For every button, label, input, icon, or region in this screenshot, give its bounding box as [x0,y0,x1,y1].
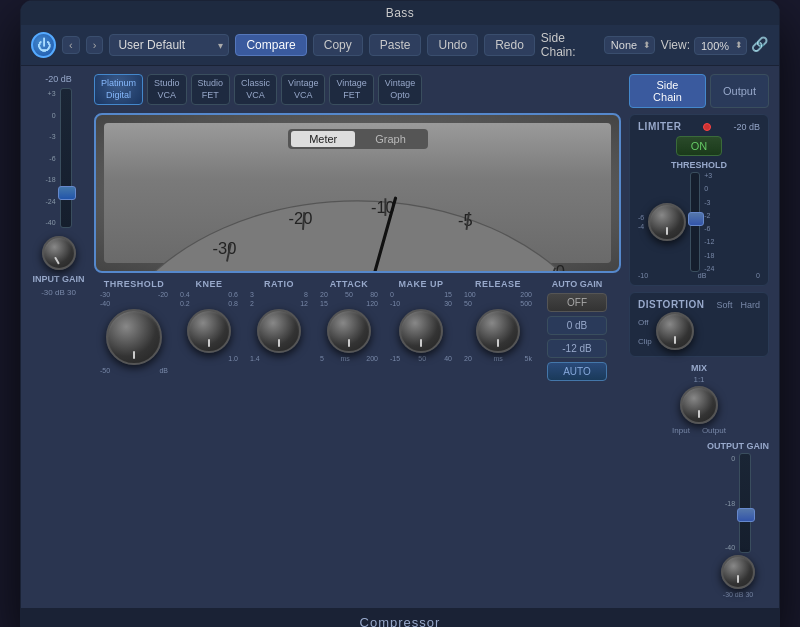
limiter-threshold-knob[interactable] [648,203,686,241]
output-gain-db-scale: 0 -18 -40 [725,453,735,553]
view-wrapper: 100% [694,36,747,55]
output-gain-knob[interactable] [721,555,755,589]
bottom-bar: Compressor [21,608,779,627]
mix-ratio: 1:1 [693,375,704,384]
attack-label: ATTACK [330,279,369,289]
view-select[interactable]: 100% [694,37,747,55]
threshold-right-label: THRESHOLD [638,160,760,170]
auto-btn[interactable]: AUTO [547,362,607,381]
limiter-fader[interactable] [690,172,700,272]
side-chain-wrapper: None [604,36,655,54]
output-gain-label: OUTPUT GAIN [707,441,769,451]
auto-gain-section: AUTO GAIN OFF 0 dB -12 dB AUTO [547,279,607,381]
input-gain-db-label: -20 dB [45,74,72,84]
preset-wrapper: User Default [109,34,229,56]
release-label: RELEASE [475,279,521,289]
auto-gain-off-btn[interactable]: OFF [547,293,607,312]
off-clip-labels: Off Clip [638,318,652,346]
redo-button[interactable]: Redo [484,34,535,56]
output-gain-section: OUTPUT GAIN 0 -18 -40 -3 [707,441,769,598]
svg-text:-5: -5 [458,211,473,229]
limiter-header: LIMITER -20 dB [638,121,760,132]
tab-studio-fet[interactable]: Studio FET [191,74,231,105]
right-section: Side Chain Output LIMITER -20 dB ON THRE… [629,74,769,598]
makeup-knob[interactable] [399,309,443,353]
tab-classic-vca[interactable]: Classic VCA [234,74,277,105]
distortion-section: DISTORTION Soft Hard Off Clip [629,292,769,357]
power-button[interactable]: ⏻ [31,32,56,58]
view-buttons: Side Chain Output [629,74,769,108]
nav-forward-button[interactable]: › [86,36,104,54]
distortion-title: DISTORTION [638,299,704,310]
hard-label: Hard [740,300,760,310]
paste-button[interactable]: Paste [369,34,422,56]
tab-studio-vca[interactable]: Studio VCA [147,74,187,105]
bottom-label: Compressor [360,615,441,627]
auto-gain-12db-btn[interactable]: -12 dB [547,339,607,358]
mix-output-label: Output [702,426,726,435]
output-gain-fader[interactable] [739,453,751,553]
limiter-indicator [703,123,711,131]
input-gain-section: -20 dB +3 0 -3 -6 -18 -24 -40 [31,74,86,598]
side-chain-select[interactable]: None [604,36,655,54]
model-tabs: Platinum Digital Studio VCA Studio FET C… [94,74,621,105]
auto-gain-label: AUTO GAIN [552,279,602,289]
meter-view-tabs: Meter Graph [288,129,428,149]
vu-meter-arc: -50 -30 -20 -10 -5 0 [104,150,611,273]
nav-back-button[interactable]: ‹ [62,36,80,54]
svg-text:-20: -20 [289,209,313,227]
soft-label: Soft [716,300,732,310]
output-gain-scale: -30 dB 30 [723,591,753,598]
makeup-section: MAKE UP 015 -1030 -155040 [389,279,453,362]
ratio-section: RATIO 38 212 1.4 [249,279,309,362]
threshold-scale-bot: -10dB0 [638,272,760,279]
graph-tab[interactable]: Graph [357,131,424,147]
ratio-knob[interactable] [257,309,301,353]
knee-label: KNEE [195,279,222,289]
distortion-knob[interactable] [656,312,694,350]
controls-row-1: THRESHOLD -30-20 -40 -50dB [94,279,621,381]
tab-vintage-opto[interactable]: Vintage Opto [378,74,422,105]
output-gain-area: OUTPUT GAIN 0 -18 -40 -3 [629,441,769,598]
input-gain-knob[interactable] [42,236,76,270]
meter-display: Meter Graph [94,113,621,273]
limiter-section: LIMITER -20 dB ON THRESHOLD -6 -4 [629,114,769,286]
attack-knob[interactable] [327,309,371,353]
distortion-header: DISTORTION Soft Hard [638,299,760,310]
vu-meter-svg: -50 -30 -20 -10 -5 0 [104,150,611,273]
copy-button[interactable]: Copy [313,34,363,56]
mix-input-label: Input [672,426,690,435]
threshold-row: -6 -4 +3 0 -3 -2 -6 -12 [638,172,760,272]
input-gain-label: INPUT GAIN [32,274,84,284]
threshold-section: THRESHOLD -30-20 -40 -50dB [99,279,169,374]
undo-button[interactable]: Undo [427,34,478,56]
soft-hard-labels: Soft Hard [716,300,760,310]
tab-vintage-fet[interactable]: Vintage FET [329,74,373,105]
compare-button[interactable]: Compare [235,34,306,56]
side-chain-area: Side Chain: None [541,31,655,59]
threshold-knob[interactable] [106,309,162,365]
meter-tab[interactable]: Meter [291,131,355,147]
threshold-label: THRESHOLD [104,279,165,289]
input-gain-scale: -30 dB 30 [41,288,76,297]
view-label: View: [661,38,690,52]
distortion-controls: Off Clip [638,312,760,350]
mix-knob[interactable] [680,386,718,424]
svg-line-8 [303,212,304,230]
limiter-db-label: -20 dB [733,122,760,132]
input-gain-fader[interactable] [60,88,72,228]
release-knob[interactable] [476,309,520,353]
auto-gain-0db-btn[interactable]: 0 dB [547,316,607,335]
tab-vintage-vca[interactable]: Vintage VCA [281,74,325,105]
knee-knob[interactable] [187,309,231,353]
tab-platinum-digital[interactable]: Platinum Digital [94,74,143,105]
svg-text:-30: -30 [213,239,237,257]
output-view-btn[interactable]: Output [710,74,769,108]
side-chain-view-btn[interactable]: Side Chain [629,74,706,108]
link-icon[interactable]: 🔗 [751,36,769,54]
view-area: View: 100% 🔗 [661,36,769,55]
window-title: Bass [386,6,415,20]
knee-section: KNEE 0.40.6 0.20.8 1.0 [179,279,239,362]
limiter-on-btn[interactable]: ON [676,136,723,156]
preset-dropdown[interactable]: User Default [109,34,229,56]
